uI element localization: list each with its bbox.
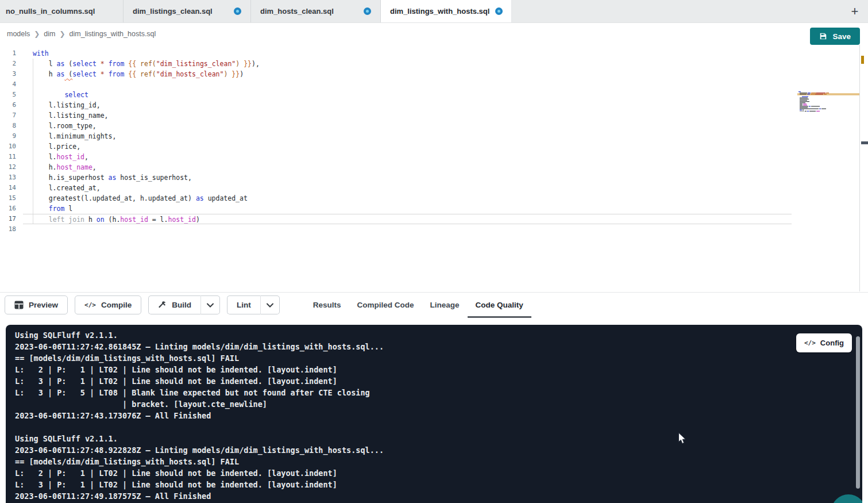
- code-line[interactable]: 11 l.host_id,: [0, 152, 868, 162]
- chevron-down-icon: [267, 303, 273, 308]
- lint-button[interactable]: Lint: [227, 295, 260, 314]
- code-text: l.listing_name,: [23, 110, 792, 121]
- line-number: 18: [0, 224, 23, 235]
- line-number: 15: [0, 193, 23, 203]
- line-number: 3: [0, 69, 23, 79]
- build-split-button: Build: [148, 295, 220, 314]
- terminal-line: 2023-06-06T11:27:43.173076Z — All Finish…: [15, 410, 384, 421]
- panel-tab-results[interactable]: Results: [305, 293, 349, 318]
- code-text: l.price,: [23, 141, 792, 152]
- table-icon: [14, 301, 24, 309]
- chevron-down-icon: [207, 303, 214, 308]
- terminal-line: | bracket. [layout.cte_newline]: [15, 398, 384, 410]
- terminal-output: Using SQLFluff v2.1.1.2023-06-06T11:27:4…: [15, 329, 384, 502]
- preview-button[interactable]: Preview: [5, 295, 68, 314]
- breadcrumb-item[interactable]: dim: [44, 30, 55, 38]
- line-number: 12: [0, 162, 23, 172]
- code-line[interactable]: 4: [0, 79, 868, 90]
- panel-tab-lineage[interactable]: Lineage: [422, 293, 467, 318]
- line-number: 8: [0, 121, 23, 131]
- breadcrumb-item[interactable]: models: [7, 30, 30, 38]
- terminal-panel: Using SQLFluff v2.1.1.2023-06-06T11:27:4…: [6, 325, 862, 503]
- panel-tab-code-quality[interactable]: Code Quality: [468, 293, 531, 318]
- terminal-scrollbar[interactable]: [856, 336, 860, 489]
- terminal-line: L: 3 | P: 1 | LT02 | Line should not be …: [15, 375, 384, 387]
- line-number: 2: [0, 59, 23, 69]
- breadcrumb-separator-icon: ❯: [34, 30, 40, 38]
- line-number: 6: [0, 100, 23, 110]
- terminal-line: == [models/dim/dim_listings_with_hosts.s…: [15, 456, 384, 467]
- code-line[interactable]: 16 from l: [0, 203, 868, 214]
- code-text: h as (select * from {{ ref("dim_hosts_cl…: [23, 69, 792, 79]
- new-tab-button[interactable]: +: [846, 3, 863, 20]
- code-line[interactable]: 13 h.is_superhost as host_is_superhost,: [0, 172, 868, 183]
- build-button[interactable]: Build: [148, 295, 200, 314]
- build-dropdown-chevron[interactable]: [200, 295, 220, 314]
- line-number: 1: [0, 48, 23, 59]
- code-line[interactable]: 14 l.created_at,: [0, 183, 868, 193]
- terminal-line: 2023-06-06T11:27:42.861845Z — Linting mo…: [15, 341, 384, 352]
- code-text: left join h on (h.host_id = l.host_id): [23, 214, 792, 224]
- tab-label: dim_hosts_clean.sql: [260, 7, 334, 16]
- code-text: greatest(l.updated_at, h.updated_at) as …: [23, 193, 792, 203]
- ide-window: no_nulls_in_columns.sqldim_listings_clea…: [0, 0, 868, 503]
- terminal-line: L: 2 | P: 1 | LT02 | Line should not be …: [15, 364, 384, 375]
- floating-action-button[interactable]: [831, 494, 862, 503]
- modified-dot-icon: [234, 7, 241, 15]
- code-text: l.created_at,: [23, 183, 792, 193]
- terminal-line: 2023-06-06T11:27:49.187575Z — All Finish…: [15, 490, 384, 502]
- modified-dot-icon: [364, 7, 371, 15]
- code-line[interactable]: 3 h as (select * from {{ ref("dim_hosts_…: [0, 69, 868, 79]
- code-line[interactable]: 2 l as (select * from {{ ref("dim_listin…: [0, 59, 868, 69]
- code-line[interactable]: 18: [0, 224, 868, 235]
- file-tab[interactable]: dim_listings_with_hosts.sql: [381, 0, 512, 22]
- terminal-line: Using SQLFluff v2.1.1.: [15, 433, 384, 444]
- modified-dot-icon: [495, 7, 503, 15]
- breadcrumb: models❯dim❯dim_listings_with_hosts.sql: [7, 30, 156, 38]
- code-line[interactable]: 10 l.price,: [0, 141, 868, 152]
- save-button[interactable]: Save: [810, 28, 860, 45]
- terminal-line: L: 3 | P: 1 | LT02 | Line should not be …: [15, 479, 384, 490]
- code-line[interactable]: 7 l.listing_name,: [0, 110, 868, 121]
- line-number: 17: [0, 214, 23, 224]
- code-text: [23, 224, 792, 235]
- editor-toolbar: Preview </> Compile Build Lint ResultsCo…: [0, 292, 868, 317]
- code-line[interactable]: 1with: [0, 48, 868, 59]
- code-text: h.is_superhost as host_is_superhost,: [23, 172, 792, 183]
- line-number: 11: [0, 152, 23, 162]
- compile-button[interactable]: </> Compile: [75, 295, 141, 314]
- code-text: [23, 79, 792, 90]
- code-editor[interactable]: 1with2 l as (select * from {{ ref("dim_l…: [0, 45, 868, 291]
- lint-split-button: Lint: [227, 295, 280, 314]
- breadcrumb-row: models❯dim❯dim_listings_with_hosts.sql S…: [0, 23, 868, 45]
- line-number: 16: [0, 203, 23, 214]
- code-line[interactable]: 5 select: [0, 90, 868, 100]
- file-tab[interactable]: no_nulls_in_columns.sql: [0, 0, 124, 22]
- save-icon: [819, 32, 827, 40]
- code-line[interactable]: 9 l.minimum_nights,: [0, 131, 868, 141]
- code-line[interactable]: 15 greatest(l.updated_at, h.updated_at) …: [0, 193, 868, 203]
- breadcrumb-item[interactable]: dim_listings_with_hosts.sql: [70, 30, 156, 38]
- code-line[interactable]: 6 l.listing_id,: [0, 100, 868, 110]
- lint-dropdown-chevron[interactable]: [260, 295, 280, 314]
- tab-bar: no_nulls_in_columns.sqldim_listings_clea…: [0, 0, 868, 23]
- code-icon: </>: [84, 301, 96, 309]
- code-text: l as (select * from {{ ref("dim_listings…: [23, 59, 792, 69]
- breadcrumb-separator-icon: ❯: [60, 30, 65, 38]
- terminal-line: 2023-06-06T11:27:48.922828Z — Linting mo…: [15, 444, 384, 456]
- tab-label: no_nulls_in_columns.sql: [6, 7, 95, 16]
- file-tab[interactable]: dim_listings_clean.sql: [124, 0, 251, 22]
- code-text: l.host_id,: [23, 152, 792, 162]
- file-tab[interactable]: dim_hosts_clean.sql: [251, 0, 381, 22]
- code-text: with: [23, 48, 792, 59]
- line-number: 5: [0, 90, 23, 100]
- code-line[interactable]: 12 h.host_name,: [0, 162, 868, 172]
- panel-tab-compiled-code[interactable]: Compiled Code: [349, 293, 422, 318]
- code-line[interactable]: 17 left join h on (h.host_id = l.host_id…: [0, 214, 868, 224]
- config-button[interactable]: </> Config: [796, 333, 852, 352]
- hammer-icon: [158, 301, 167, 309]
- line-number: 14: [0, 183, 23, 193]
- line-number: 4: [0, 79, 23, 90]
- code-line[interactable]: 8 l.room_type,: [0, 121, 868, 131]
- code-text: l.listing_id,: [23, 100, 792, 110]
